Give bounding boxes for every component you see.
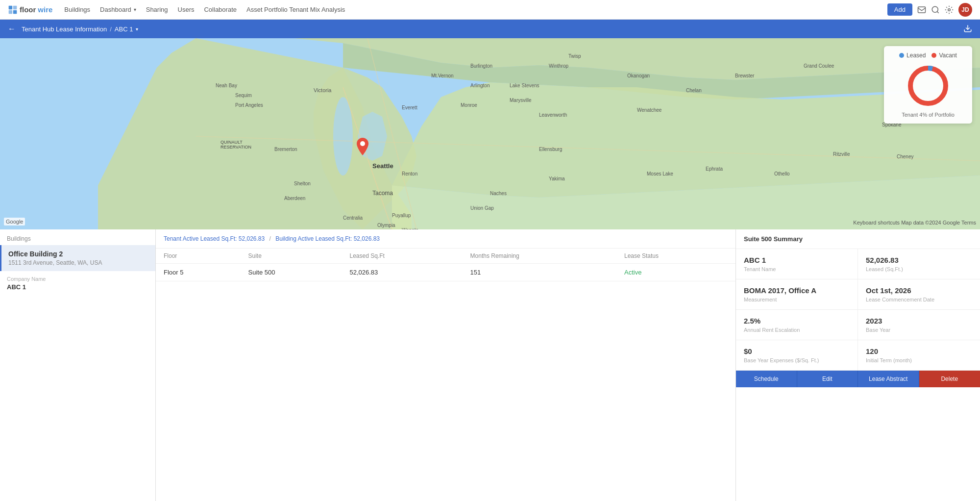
col-suite: Suite [241,249,342,264]
nav-dashboard[interactable]: Dashboard ▾ [100,6,136,13]
info-commencement: Oct 1st, 2026 Lease Commencement Date [858,279,980,310]
commencement-value: Oct 1st, 2026 [866,286,972,295]
cell-leased-sqft: 52,026.83 [342,264,462,281]
google-attribution: Google [4,218,25,225]
svg-text:Twisp: Twisp [568,53,581,59]
svg-text:Centralia: Centralia [343,215,363,221]
map-container[interactable]: Victoria Seattle Tacoma Everett Port Ang… [0,38,980,229]
svg-point-54 [360,141,365,146]
nav-users[interactable]: Users [178,6,195,13]
svg-rect-2 [9,10,13,14]
info-escalation: 2.5% Annual Rent Escalation [736,310,858,340]
secondary-nav: ← Tenant Hub Lease Information / ABC 1 ▾ [0,20,980,38]
logo-text-floor: floor [20,5,36,14]
svg-point-5 [932,6,938,12]
breadcrumb-current[interactable]: ABC 1 ▾ [115,25,139,33]
svg-text:Union Gap: Union Gap [470,205,494,211]
top-nav: floorwire Buildings Dashboard ▾ Sharing … [0,0,980,20]
escalation-value: 2.5% [744,317,850,325]
search-icon[interactable] [931,5,940,14]
building-sqft-label: Building Active Leased Sq.Ft: [275,235,352,242]
svg-text:Wenatchee: Wenatchee [637,107,662,113]
svg-text:Yakima: Yakima [549,176,565,181]
svg-text:Sequim: Sequim [235,93,252,98]
map-terms: Keyboard shortcuts Map data ©2024 Google… [853,220,976,225]
tenant-sqft-label: Tenant Active Leased Sq.Ft: [164,235,237,242]
donut-text: Tenant 4% of Portfolio [892,112,964,118]
leased-sqft-value: 52,026.83 [866,256,972,264]
cell-status: Active [616,264,735,281]
building-item[interactable]: Office Building 2 1511 3rd Avenue, Seatt… [0,245,155,271]
svg-text:Cheney: Cheney [897,154,913,159]
svg-text:Wapato: Wapato [402,227,419,229]
suite-summary-title: Suite 500 Summary [736,229,980,249]
lease-abstract-button[interactable]: Lease Abstract [858,371,919,387]
measurement-label: Measurement [744,297,850,302]
initial-term-value: 120 [866,347,972,355]
base-year-expenses-value: $0 [744,347,850,355]
logo[interactable]: floorwire [8,5,52,15]
info-base-year-expenses: $0 Base Year Expenses ($/Sq. Ft.) [736,340,858,371]
building-sqft-value: 52,026.83 [354,235,380,242]
leased-sqft-label: Leased (Sq.Ft.) [866,266,972,272]
building-address: 1511 3rd Avenue, Seattle, WA, USA [8,259,148,266]
info-initial-term: 120 Initial Term (month) [858,340,980,371]
cell-months: 151 [463,264,616,281]
back-button[interactable]: ← [8,25,16,33]
company-label: Company Name [7,276,148,282]
breadcrumb-parent[interactable]: Tenant Hub Lease Information [22,25,107,33]
center-panel: Tenant Active Leased Sq.Ft: 52,026.83 / … [156,229,736,501]
delete-button[interactable]: Delete [919,371,980,387]
svg-text:Olympia: Olympia [377,223,395,228]
info-leased-sqft: 52,026.83 Leased (Sq.Ft.) [858,249,980,279]
svg-point-9 [333,97,353,175]
avatar[interactable]: JD [958,3,972,17]
leased-label: Leased [906,52,926,59]
svg-text:Everett: Everett [402,105,417,110]
svg-text:Seattle: Seattle [372,162,393,170]
nav-sharing[interactable]: Sharing [146,6,168,13]
summary-sep: / [270,235,273,242]
nav-analysis[interactable]: Asset Portfolio Tenant Mix Analysis [246,6,345,13]
settings-icon[interactable] [945,5,954,14]
svg-text:Bremerton: Bremerton [274,147,297,152]
buildings-section-title: Buildings [0,229,155,245]
breadcrumb-chevron: ▾ [136,26,138,32]
col-floor: Floor [156,249,241,264]
edit-button[interactable]: Edit [797,371,858,387]
info-tenant-name: ABC 1 Tenant Name [736,249,858,279]
dashboard-chevron: ▾ [134,7,136,12]
svg-text:Othello: Othello [774,171,790,176]
svg-text:Leavenworth: Leavenworth [539,112,567,118]
base-year-value: 2023 [866,317,972,325]
info-measurement: BOMA 2017, Office A Measurement [736,279,858,310]
table-row[interactable]: Floor 5 Suite 500 52,026.83 151 Active [156,264,735,281]
svg-rect-4 [918,7,926,13]
svg-rect-3 [13,10,17,14]
escalation-label: Annual Rent Escalation [744,327,850,333]
initial-term-label: Initial Term (month) [866,357,972,363]
nav-collaborate[interactable]: Collaborate [204,6,237,13]
map-legend: Leased Vacant Tenant 4% of Portfolio [884,46,972,124]
svg-text:Grand Coulee: Grand Coulee [804,63,834,69]
svg-text:Shelton: Shelton [294,181,311,186]
schedule-button[interactable]: Schedule [736,371,797,387]
nav-buildings[interactable]: Buildings [64,6,90,13]
map-marker[interactable] [357,138,368,157]
right-panel: Suite 500 Summary ABC 1 Tenant Name 52,0… [736,229,980,501]
download-icon[interactable] [963,24,972,34]
info-grid: ABC 1 Tenant Name 52,026.83 Leased (Sq.F… [736,249,980,371]
company-section: Company Name ABC 1 [0,271,155,296]
nav-items: Buildings Dashboard ▾ Sharing Users Coll… [64,6,876,13]
svg-text:QUINAULT: QUINAULT [220,140,243,145]
svg-text:Tacoma: Tacoma [372,190,393,197]
add-button[interactable]: Add [887,3,912,16]
svg-text:Burlington: Burlington [470,63,492,69]
cell-suite: Suite 500 [241,264,342,281]
svg-rect-0 [9,5,13,9]
svg-text:Puyallup: Puyallup [392,213,411,218]
svg-text:Victoria: Victoria [314,87,332,93]
svg-text:Ephrata: Ephrata [706,166,723,172]
mail-icon[interactable] [917,5,926,14]
svg-text:Chelan: Chelan [686,88,702,93]
